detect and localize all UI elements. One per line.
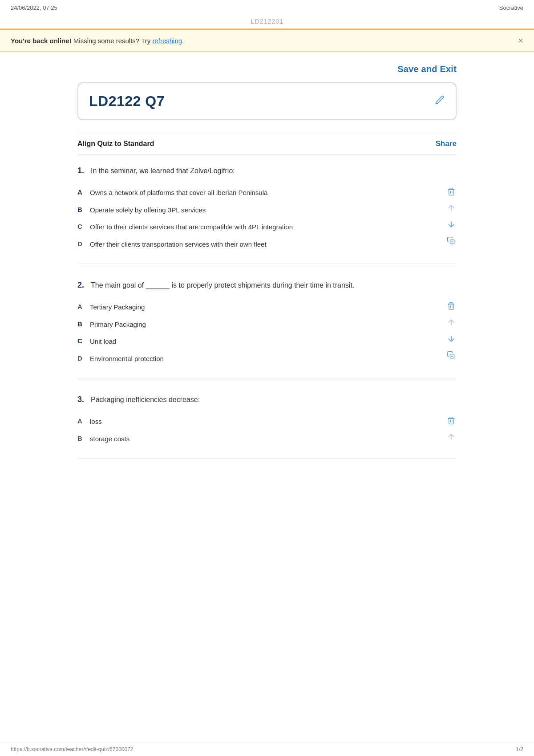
down-arrow-icon-q2[interactable] [446,333,457,345]
option-row-2-1: ATertiary Packaging [77,299,439,316]
question-number-1: 1. [77,166,91,175]
up-arrow-icon-q2[interactable] [446,317,457,329]
app-name-label: Socrative [499,4,523,11]
option-text-3-1: loss [90,417,102,427]
align-share-row: Align Quiz to Standard Share [77,133,457,155]
svg-rect-6 [448,304,455,305]
actions-col-2 [439,299,457,367]
up-arrow-icon-q3[interactable] [446,431,457,443]
actions-col-3 [439,413,457,447]
question-row-2: 2.The main goal of ______ is to properly… [77,280,457,291]
share-button[interactable]: Share [436,139,457,148]
options-area-1: AOwns a network of platforms that cover … [77,184,457,253]
up-arrow-icon-q1[interactable] [446,203,457,215]
option-text-1-1: Owns a network of platforms that cover a… [90,188,267,198]
option-text-3-2: storage costs [90,434,129,444]
banner-bold: You're back online! [11,37,72,45]
question-block-2: 2.The main goal of ______ is to properly… [77,280,457,378]
online-banner: You're back online! Missing some results… [0,28,534,52]
option-text-1-3: Offer to their clients services that are… [90,222,293,232]
banner-normal: Missing some results? Try [72,37,153,45]
option-row-1-3: COffer to their clients services that ar… [77,219,439,236]
option-row-2-2: BPrimary Packaging [77,316,439,333]
option-letter-1-4: D [77,240,90,248]
svg-rect-12 [448,418,455,419]
option-letter-2-2: B [77,320,90,328]
banner-end: . [182,37,184,45]
option-text-2-3: Unit load [90,337,116,347]
option-letter-1-1: A [77,188,90,196]
option-letter-2-3: C [77,337,90,345]
edit-title-icon[interactable] [434,95,445,108]
copy-icon-q2[interactable] [446,350,457,362]
banner-text: You're back online! Missing some results… [11,37,511,45]
options-area-2: ATertiary PackagingBPrimary PackagingCUn… [77,299,457,367]
question-row-1: 1.In the seminar, we learned that Zolve/… [77,166,457,176]
banner-refresh-link[interactable]: refreshing [152,37,182,45]
trash-icon-q2[interactable] [446,301,457,313]
option-text-2-1: Tertiary Packaging [90,302,145,313]
down-arrow-icon-q1[interactable] [446,219,457,231]
question-text-3: Packaging inefficiencies decrease: [91,394,457,405]
option-row-2-3: CUnit load [77,333,439,350]
quiz-title-box: LD2122 Q7 [77,82,457,120]
option-row-2-4: DEnvironmental protection [77,350,439,368]
quiz-title: LD2122 Q7 [89,93,165,110]
question-number-3: 3. [77,395,91,404]
save-exit-button[interactable]: Save and Exit [397,64,457,74]
page-id: LD212201 [0,16,534,28]
option-text-1-4: Offer their clients transportation servi… [90,240,267,250]
datetime-label: 24/06/2022, 07:25 [11,4,57,11]
option-letter-2-4: D [77,354,90,362]
top-bar: 24/06/2022, 07:25 Socrative [0,0,534,16]
trash-icon-q1[interactable] [446,186,457,198]
option-row-1-4: DOffer their clients transportation serv… [77,236,439,253]
option-letter-3-2: B [77,434,90,442]
option-letter-3-1: A [77,417,90,425]
svg-rect-0 [448,189,455,190]
option-letter-1-3: C [77,222,90,230]
question-text-2: The main goal of ______ is to properly p… [91,280,457,291]
question-block-1: 1.In the seminar, we learned that Zolve/… [77,166,457,264]
banner-close-button[interactable]: × [511,36,523,45]
copy-icon-q1[interactable] [446,236,457,248]
question-number-2: 2. [77,280,91,290]
option-row-3-2: Bstorage costs [77,431,439,448]
question-text-1: In the seminar, we learned that Zolve/Lo… [91,166,457,176]
options-list-1: AOwns a network of platforms that cover … [77,184,439,253]
option-letter-2-1: A [77,302,90,310]
options-area-3: AlossBstorage costs [77,413,457,447]
trash-icon-q3[interactable] [446,415,457,427]
question-row-3: 3.Packaging inefficiencies decrease: [77,394,457,405]
question-block-3: 3.Packaging inefficiencies decrease:Alos… [77,394,457,459]
align-label: Align Quiz to Standard [77,140,154,148]
options-list-2: ATertiary PackagingBPrimary PackagingCUn… [77,299,439,367]
option-letter-1-2: B [77,205,90,213]
options-list-3: AlossBstorage costs [77,413,439,447]
option-text-2-2: Primary Packaging [90,320,146,330]
option-row-1-2: BOperate solely by offering 3PL services [77,202,439,219]
questions-container: 1.In the seminar, we learned that Zolve/… [77,166,457,459]
actions-col-1 [439,184,457,253]
option-text-1-2: Operate solely by offering 3PL services [90,205,206,215]
option-row-3-1: Aloss [77,413,439,431]
main-content: Save and Exit LD2122 Q7 Align Quiz to St… [67,52,467,492]
save-exit-row: Save and Exit [77,52,457,82]
option-row-1-1: AOwns a network of platforms that cover … [77,184,439,202]
option-text-2-4: Environmental protection [90,354,164,364]
